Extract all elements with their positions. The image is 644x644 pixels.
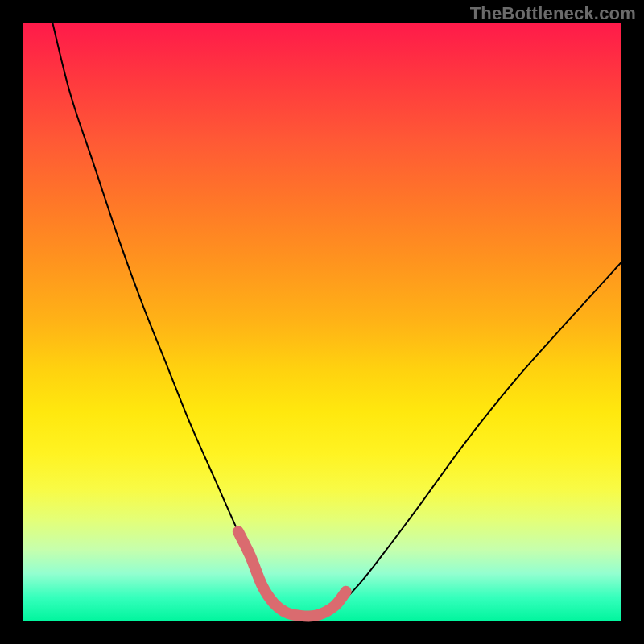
curves-svg (23, 23, 621, 621)
chart-frame: TheBottleneck.com (0, 0, 644, 644)
plot-area (23, 23, 621, 621)
bottleneck-curve-pink (238, 531, 346, 616)
watermark-text: TheBottleneck.com (470, 3, 636, 24)
bottleneck-curve-black (52, 23, 621, 617)
